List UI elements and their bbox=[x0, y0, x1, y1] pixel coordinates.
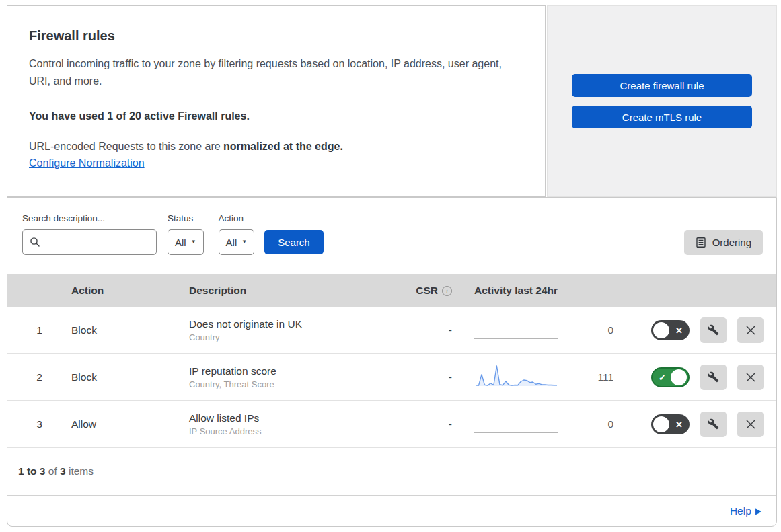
search-label: Search description... bbox=[22, 213, 157, 223]
ordering-list-icon bbox=[696, 237, 706, 248]
toggle-state-icon: ✕ bbox=[675, 326, 683, 334]
search-input-wrap bbox=[22, 229, 157, 255]
items-label: items bbox=[66, 465, 94, 478]
enable-toggle[interactable]: ✓ bbox=[651, 367, 690, 387]
rule-description: Does not originate in UK bbox=[189, 318, 411, 330]
close-icon bbox=[745, 325, 756, 336]
ordering-button[interactable]: Ordering bbox=[684, 230, 763, 255]
chevron-down-icon: ▼ bbox=[241, 239, 247, 245]
header-csr-label: CSR bbox=[416, 284, 438, 297]
close-icon bbox=[745, 372, 756, 383]
usage-summary: You have used 1 of 20 active Firewall ru… bbox=[29, 110, 521, 122]
table-row: 2 Block IP reputation score Country, Thr… bbox=[7, 354, 776, 401]
rule-description: Allow listed IPs bbox=[189, 412, 411, 424]
rule-priority: 2 bbox=[7, 371, 71, 383]
rules-list-panel: Search description... Status All ▼ Actio… bbox=[7, 197, 777, 527]
rule-activity-cell: 111 bbox=[452, 363, 613, 392]
flatline bbox=[474, 338, 558, 339]
rule-criteria: Country, Threat Score bbox=[189, 379, 411, 389]
delete-rule-button[interactable] bbox=[737, 317, 764, 343]
table-row: 3 Allow Allow listed IPs IP Source Addre… bbox=[7, 401, 776, 448]
arrow-right-icon: ▶ bbox=[755, 506, 761, 516]
rule-controls: ✕ bbox=[613, 317, 776, 343]
header-description: Description bbox=[189, 284, 411, 297]
close-icon bbox=[745, 419, 756, 430]
edit-rule-button[interactable] bbox=[700, 365, 727, 390]
activity-sparkline bbox=[474, 363, 558, 392]
search-field-group: Search description... bbox=[22, 213, 157, 255]
wrench-icon bbox=[708, 418, 719, 430]
enable-toggle[interactable]: ✕ bbox=[651, 414, 690, 434]
rule-csr: - bbox=[411, 371, 452, 383]
rule-priority: 3 bbox=[7, 418, 71, 430]
normalization-note-text: URL-encoded Requests to this zone are bbox=[29, 141, 223, 152]
rule-description-cell: Allow listed IPs IP Source Address bbox=[189, 412, 411, 436]
rule-action: Allow bbox=[71, 418, 189, 430]
info-icon[interactable]: i bbox=[442, 286, 452, 296]
create-firewall-rule-button[interactable]: Create firewall rule bbox=[572, 74, 752, 97]
items-total: 3 bbox=[60, 465, 66, 478]
wrench-icon bbox=[708, 324, 719, 336]
toggle-knob bbox=[653, 322, 669, 338]
activity-sparkline bbox=[474, 315, 558, 345]
firewall-rules-page: Firewall rules Control incoming traffic … bbox=[7, 5, 777, 527]
action-filter-group: Action All ▼ bbox=[219, 213, 255, 255]
actions-panel: Create firewall rule Create mTLS rule bbox=[547, 5, 777, 197]
activity-count-wrap: 0 bbox=[558, 418, 613, 430]
status-label: Status bbox=[168, 213, 204, 223]
page-title: Firewall rules bbox=[29, 28, 521, 44]
help-link-label: Help bbox=[730, 505, 751, 517]
edit-rule-button[interactable] bbox=[700, 317, 727, 343]
activity-count-link[interactable]: 0 bbox=[607, 324, 613, 338]
filter-bar: Search description... Status All ▼ Actio… bbox=[7, 198, 776, 274]
configure-normalization-link[interactable]: Configure Normalization bbox=[29, 157, 145, 169]
rule-csr: - bbox=[411, 324, 452, 336]
search-button[interactable]: Search bbox=[264, 230, 324, 254]
enable-toggle[interactable]: ✕ bbox=[651, 320, 690, 340]
items-of-text: of bbox=[45, 465, 60, 478]
ordering-button-label: Ordering bbox=[712, 237, 751, 248]
status-select[interactable]: All ▼ bbox=[168, 229, 204, 255]
action-select[interactable]: All ▼ bbox=[219, 229, 255, 255]
rule-criteria: IP Source Address bbox=[189, 426, 411, 436]
rule-description: IP reputation score bbox=[189, 365, 411, 377]
toggle-knob bbox=[653, 416, 669, 432]
rule-csr: - bbox=[411, 418, 452, 430]
rule-priority: 1 bbox=[7, 324, 71, 336]
toggle-state-icon: ✕ bbox=[675, 420, 683, 428]
normalization-note-bold: normalized at the edge. bbox=[223, 141, 343, 152]
page-description: Control incoming traffic to your zone by… bbox=[29, 55, 507, 90]
rule-criteria: Country bbox=[189, 332, 411, 342]
edit-rule-button[interactable] bbox=[700, 412, 727, 437]
rule-action: Block bbox=[71, 324, 189, 336]
activity-count-wrap: 0 bbox=[558, 324, 613, 336]
header-activity: Activity last 24hr bbox=[452, 284, 613, 297]
rule-controls: ✓ bbox=[613, 365, 776, 390]
search-input[interactable] bbox=[46, 237, 149, 248]
header-action: Action bbox=[71, 284, 189, 297]
rule-action: Block bbox=[71, 371, 189, 383]
create-mtls-rule-button[interactable]: Create mTLS rule bbox=[572, 106, 752, 128]
status-select-value: All bbox=[175, 237, 186, 248]
action-select-value: All bbox=[226, 237, 237, 248]
activity-count-link[interactable]: 0 bbox=[607, 418, 613, 432]
activity-count-wrap: 111 bbox=[558, 371, 613, 383]
status-filter-group: Status All ▼ bbox=[168, 213, 204, 255]
table-row: 1 Block Does not originate in UK Country… bbox=[7, 307, 776, 354]
activity-count-link[interactable]: 111 bbox=[597, 371, 613, 385]
delete-rule-button[interactable] bbox=[737, 365, 764, 390]
header-csr: CSR i bbox=[411, 284, 452, 297]
rule-activity-cell: 0 bbox=[452, 315, 613, 345]
help-link[interactable]: Help ▶ bbox=[730, 505, 761, 517]
action-label: Action bbox=[219, 213, 255, 223]
chevron-down-icon: ▼ bbox=[191, 239, 196, 245]
rule-controls: ✕ bbox=[613, 412, 776, 437]
table-header: Action Description CSR i Activity last 2… bbox=[7, 274, 776, 307]
wrench-icon bbox=[708, 371, 719, 383]
toggle-knob bbox=[671, 369, 687, 385]
activity-sparkline bbox=[474, 410, 558, 439]
intro-card: Firewall rules Control incoming traffic … bbox=[7, 5, 546, 197]
flatline bbox=[474, 432, 558, 433]
delete-rule-button[interactable] bbox=[737, 412, 764, 437]
help-footer: Help ▶ bbox=[7, 495, 776, 526]
